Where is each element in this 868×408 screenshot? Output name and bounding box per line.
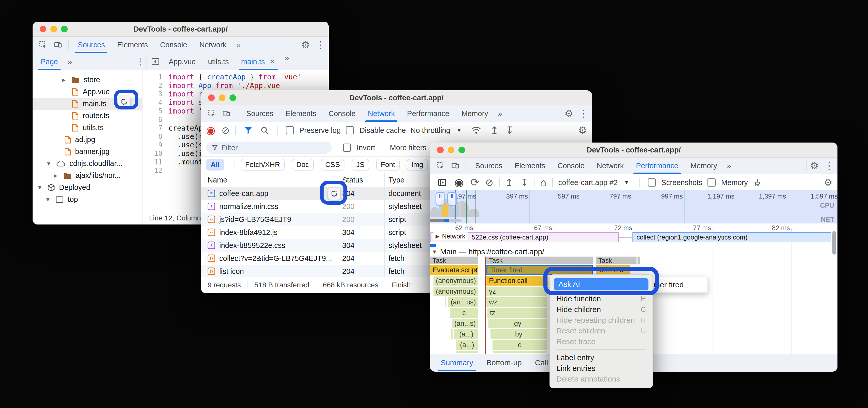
timeline-overview[interactable]: 197 ms 397 ms 597 ms 797 ms 997 ms 1,197… [430,191,837,224]
flame-bar-evaluate-script[interactable]: Evaluate script▸ [430,265,478,275]
kebab-menu-icon[interactable]: ⋮ [579,109,588,118]
memory-checkbox[interactable] [708,178,716,186]
zoom-window-button[interactable] [229,94,236,101]
tab-memory[interactable]: Memory [684,157,723,174]
record-performance-icon[interactable]: ◉ [454,177,464,188]
filter-input[interactable]: Filter [206,142,332,154]
garbage-collect-icon[interactable] [753,178,762,187]
chip-doc[interactable]: Doc [292,159,314,171]
export-har-icon[interactable]: ↧ [505,125,514,135]
chip-js[interactable]: JS [351,159,369,171]
expand-track-icon[interactable]: ▶ [436,233,439,239]
kebab-menu-icon[interactable]: ⋮ [824,161,834,171]
tree-item-top[interactable]: ▾ top [33,194,142,205]
menu-item-reset-children[interactable]: Reset childrenU [552,325,650,336]
tab-performance[interactable]: Performance [630,157,684,174]
menu-item-hide-children[interactable]: Hide childrenC [552,304,650,315]
tab-console[interactable]: Console [322,106,362,122]
more-tabs-icon[interactable]: » [723,161,735,171]
flame-bar[interactable]: yz [487,287,547,296]
device-toolbar-icon[interactable] [53,40,63,49]
load-profile-icon[interactable]: ↥ [505,178,514,187]
tab-network[interactable]: Network [193,37,232,53]
more-tabs-icon[interactable]: » [232,40,244,50]
tab-memory[interactable]: Memory [455,106,494,122]
minimize-window-button[interactable] [50,26,57,32]
preserve-log-checkbox[interactable] [286,126,294,135]
editor-tab-utilts[interactable]: utils.ts [202,53,235,70]
editor-tab-appvue[interactable]: App.vue [162,53,202,70]
flame-bar[interactable]: e [493,340,547,350]
inspect-element-icon[interactable] [436,161,445,170]
toggle-navigator-icon[interactable] [151,53,160,70]
flame-bar[interactable]: (a...) [456,340,478,350]
settings-gear-icon[interactable]: ⚙ [810,161,819,171]
toggle-sidebar-icon[interactable] [438,178,447,187]
column-name[interactable]: Name [201,176,342,184]
titlebar[interactable]: DevTools - coffee-cart.app/ [33,22,329,37]
search-icon[interactable] [260,126,269,135]
zoom-window-button[interactable] [61,26,68,32]
tab-network[interactable]: Network [362,106,401,122]
network-settings-gear-icon[interactable]: ⚙ [578,125,587,135]
menu-item-reset-trace[interactable]: Reset trace [552,336,650,347]
task-header[interactable]: Task [487,257,593,264]
chip-all[interactable]: All [206,159,224,171]
device-toolbar-icon[interactable] [221,109,231,118]
import-har-icon[interactable]: ↥ [491,125,499,135]
expand-arrow-icon[interactable]: ▸ [62,76,68,84]
tree-item-bannerjpg[interactable]: banner.jpg [33,146,142,157]
chip-font[interactable]: Font [376,159,400,171]
chip-css[interactable]: CSS [321,159,345,171]
traffic-lights[interactable] [40,26,68,32]
traffic-lights[interactable] [437,147,465,153]
expand-arrow-icon[interactable]: ▸ [474,267,477,273]
network-request-bar[interactable]: collect (region1.google-analytics.com) [632,232,831,242]
home-icon[interactable]: ⌂ [540,177,547,188]
tab-page[interactable]: Page [35,53,64,70]
zoom-window-button[interactable] [458,147,465,153]
collapse-track-icon[interactable]: ▼ [432,249,437,255]
inspect-element-icon[interactable] [207,109,216,118]
flame-bar[interactable]: c [450,308,478,318]
network-track-label[interactable]: ▶ Network [432,232,468,240]
flame-bar[interactable]: gy [489,319,547,328]
tab-console[interactable]: Console [551,157,590,174]
collapse-arrow-icon[interactable]: ▾ [47,160,53,167]
tab-sources[interactable]: Sources [240,106,279,122]
more-tabs-icon[interactable]: » [494,109,506,118]
chip-fetch-xhr[interactable]: Fetch/XHR [241,159,285,171]
flame-bar[interactable]: by [491,329,547,339]
close-window-button[interactable] [40,26,46,32]
flame-bar[interactable]: wz [487,297,547,307]
flame-bar-function-call[interactable]: Function call [487,276,549,286]
main-track-row[interactable]: ▼ Main — https://coffee-cart.app/ [430,243,837,257]
flame-bar[interactable]: tz [488,308,547,318]
tree-item-deployed[interactable]: ▾ Deployed [33,181,142,194]
clear-recording-icon[interactable]: ⊘ [486,178,494,187]
network-conditions-icon[interactable] [471,126,481,135]
throttling-caret-icon[interactable]: ▼ [456,127,462,134]
more-filters-button[interactable]: More filters [390,144,426,152]
close-window-button[interactable] [208,94,215,101]
capture-settings-gear-icon[interactable]: ⚙ [824,178,832,187]
pause-badge[interactable]: ‖ [447,192,457,206]
navigator-kebab-icon[interactable]: ⋮ [136,57,145,66]
disable-cache-checkbox[interactable] [346,126,354,135]
flame-bar[interactable]: (an...s) [452,319,478,328]
main-track-label[interactable]: ▼ Main — https://coffee-cart.app/ [432,247,544,256]
column-divider[interactable] [384,173,385,279]
close-tab-icon[interactable]: ✕ [270,58,275,66]
tab-elements[interactable]: Elements [111,37,154,53]
tab-summary[interactable]: Summary [434,354,480,371]
traffic-lights[interactable] [208,94,236,101]
flame-bar[interactable]: (a...) [454,329,478,339]
more-editor-tabs-icon[interactable]: » [281,53,293,70]
flame-bar[interactable]: (anonymous) [433,276,478,286]
editor-tab-maints[interactable]: main.ts ✕ [235,53,281,70]
tab-performance[interactable]: Performance [401,106,455,122]
tab-sources[interactable]: Sources [72,37,111,53]
flame-bar[interactable] [451,329,453,339]
reload-record-icon[interactable]: ⟳ [470,177,479,188]
tree-item-cdnjs[interactable]: ▾ cdnjs.cloudflar... [33,157,142,170]
